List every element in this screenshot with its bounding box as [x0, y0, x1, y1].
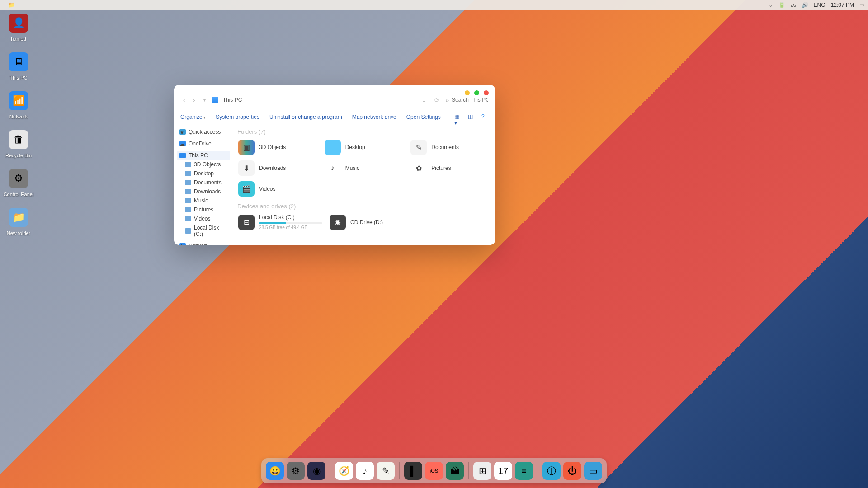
close-button[interactable] [484, 90, 489, 95]
dock-siri[interactable]: ◉ [307, 462, 326, 480]
open-settings-button[interactable]: Open Settings [406, 114, 441, 120]
network-tray-icon[interactable]: 🖧 [791, 2, 796, 8]
folder-documents[interactable]: ✎Documents [410, 139, 491, 156]
dock-finder[interactable]: 😀 [266, 462, 284, 480]
folder-videos[interactable]: 🎬Videos [237, 180, 318, 197]
sidebar-item-pictures[interactable]: Pictures [177, 205, 230, 214]
search-icon: ⌕ [446, 97, 449, 103]
up-button[interactable]: ▾ [202, 98, 208, 103]
dock-desktop-show[interactable]: ▭ [584, 462, 602, 480]
folders-heading: Folders (7) [237, 128, 491, 135]
sidebar-network[interactable]: 🖧Network [177, 241, 230, 245]
maximize-button[interactable] [474, 90, 479, 95]
folder-pictures[interactable]: ✿Pictures [410, 160, 491, 177]
desktop-icon-network[interactable]: 📶Network [3, 91, 34, 120]
dock-ios[interactable]: iOS [425, 462, 443, 480]
menubar: 📁 ⌄ 🔋 🖧 🔊 ENG 12:07 PM ▭ [0, 0, 868, 10]
sidebar-quick-access[interactable]: ★Quick access [177, 127, 230, 136]
drive-local-disk-c[interactable]: ⊟Local Disk (C:)28.5 GB free of 49.4 GB [237, 213, 323, 231]
dock-separator [468, 462, 469, 479]
help-icon[interactable]: ? [481, 113, 489, 121]
dock-launchpad[interactable]: ⊞ [473, 462, 491, 480]
drive-cd-drive-d[interactable]: ◉CD Drive (D:) [329, 213, 407, 231]
battery-icon[interactable]: 🔋 [778, 2, 785, 8]
drives-heading: Devices and drives (2) [237, 203, 491, 210]
chevron-down-icon[interactable]: ⌄ [769, 2, 773, 8]
sidebar-item-downloads[interactable]: Downloads [177, 187, 230, 196]
sidebar-onedrive[interactable]: ☁OneDrive [177, 139, 230, 148]
refresh-button[interactable]: ⟳ [433, 97, 441, 103]
dock-separator [399, 462, 400, 479]
folder-3d-objects[interactable]: ▣3D Objects [237, 139, 318, 156]
forward-button[interactable]: › [191, 97, 197, 103]
dock-power[interactable]: ⏻ [563, 462, 581, 480]
sidebar-item-music[interactable]: Music [177, 196, 230, 205]
desktop-icon-recycle-bin[interactable]: 🗑Recycle Bin [3, 130, 34, 159]
map-network-drive-button[interactable]: Map network drive [352, 114, 396, 120]
desktop-icon-new-folder[interactable]: 📁New folder [3, 208, 34, 237]
address-bar[interactable]: This PC [223, 97, 242, 103]
dock-info[interactable]: ⓘ [542, 462, 561, 480]
sidebar-item-3d-objects[interactable]: 3D Objects [177, 160, 230, 169]
uninstall-button[interactable]: Uninstall or change a program [269, 114, 342, 120]
sidebar-item-desktop[interactable]: Desktop [177, 169, 230, 178]
minimize-button[interactable] [465, 90, 470, 95]
back-button[interactable]: ‹ [181, 97, 187, 103]
dock-safari[interactable]: 🧭 [335, 462, 353, 480]
system-properties-button[interactable]: System properties [216, 114, 259, 120]
notifications-icon[interactable]: ▭ [859, 2, 864, 8]
folder-music[interactable]: ♪Music [324, 160, 405, 177]
history-dropdown[interactable]: ⌄ [420, 97, 428, 103]
preview-pane-icon[interactable]: ◫ [468, 113, 475, 121]
dock-terminal[interactable]: ▌ [404, 462, 422, 480]
folder-desktop[interactable]: Desktop [324, 139, 405, 156]
desktop-icon-hamed[interactable]: 👤hamed [3, 14, 34, 42]
dock-music[interactable]: ♪ [356, 462, 374, 480]
dock-tasks[interactable]: ≡ [515, 462, 533, 480]
sidebar-this-pc[interactable]: This PC [177, 151, 230, 160]
sidebar-item-documents[interactable]: Documents [177, 178, 230, 187]
dock-settings[interactable]: ⚙ [287, 462, 305, 480]
view-options-icon[interactable]: ▦ ▾ [454, 113, 462, 121]
dock-separator [538, 462, 538, 479]
search-input[interactable] [452, 97, 488, 103]
dock: 😀⚙◉🧭♪✎▌iOS🏔⊞17≡ⓘ⏻▭ [261, 458, 607, 483]
sidebar: ★Quick access ☁OneDrive This PC 3D Objec… [174, 124, 233, 245]
sidebar-item-local-disk-c-[interactable]: Local Disk (C:) [177, 223, 230, 239]
sidebar-item-videos[interactable]: Videos [177, 214, 230, 223]
location-icon [212, 97, 218, 103]
dock-wallpaper[interactable]: 🏔 [446, 462, 464, 480]
folder-downloads[interactable]: ⬇Downloads [237, 160, 318, 177]
explorer-tray-icon[interactable]: 📁 [8, 2, 15, 8]
file-explorer-window: ‹ › ▾ This PC ⌄ ⟳ ⌕ Organize System prop… [174, 85, 495, 245]
dock-notes[interactable]: ✎ [377, 462, 395, 480]
desktop-icon-this-pc[interactable]: 🖥This PC [3, 52, 34, 81]
volume-icon[interactable]: 🔊 [802, 2, 808, 8]
desktop-icon-control-panel[interactable]: ⚙Control Panel [3, 169, 34, 198]
language-indicator[interactable]: ENG [814, 2, 826, 8]
clock[interactable]: 12:07 PM [831, 2, 854, 8]
dock-calendar[interactable]: 17 [494, 462, 512, 480]
organize-menu[interactable]: Organize [180, 114, 206, 120]
dock-separator [330, 462, 330, 479]
